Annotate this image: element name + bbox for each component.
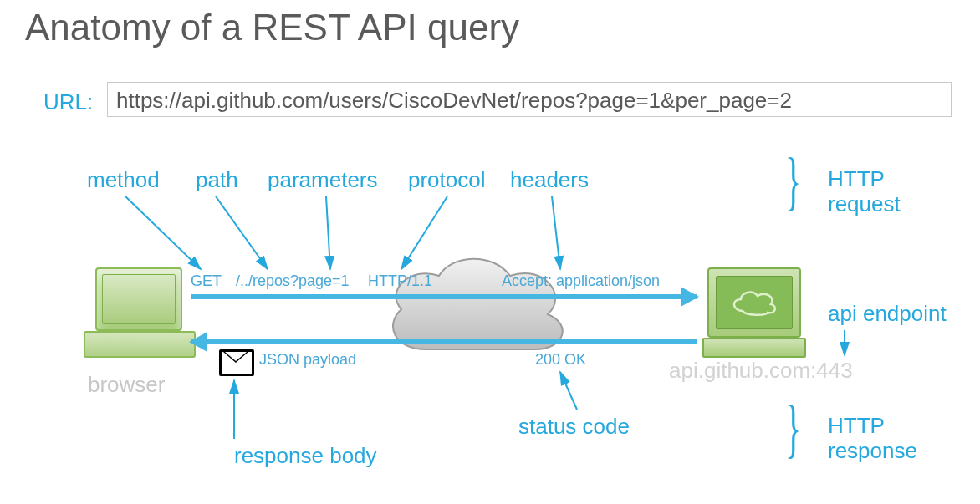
svg-line-0 bbox=[125, 196, 201, 269]
callout-response-body: response body bbox=[234, 443, 377, 469]
request-path-value: /../repos?page=1 bbox=[236, 272, 350, 290]
response-status-value: 200 OK bbox=[535, 351, 586, 369]
callout-path: path bbox=[196, 167, 238, 193]
callout-headers: headers bbox=[510, 167, 589, 193]
page-title: Anatomy of a REST API query bbox=[25, 7, 519, 48]
request-method-value: GET bbox=[191, 272, 222, 290]
request-protocol-value: HTTP/1.1 bbox=[368, 272, 432, 290]
http-response-label: HTTP response bbox=[828, 414, 917, 464]
envelope-icon bbox=[219, 349, 254, 376]
url-label: URL: bbox=[43, 89, 93, 115]
server-label: api.github.com:443 bbox=[669, 358, 853, 384]
response-payload-value: JSON payload bbox=[259, 351, 356, 369]
svg-line-1 bbox=[216, 196, 268, 269]
http-request-label: HTTP request bbox=[828, 167, 901, 217]
request-arrow bbox=[191, 294, 697, 299]
laptop-icon bbox=[84, 267, 192, 359]
server-icon bbox=[702, 267, 803, 359]
svg-line-6 bbox=[560, 372, 577, 410]
brace-icon: } bbox=[785, 391, 801, 466]
callout-protocol: protocol bbox=[408, 167, 486, 193]
svg-line-2 bbox=[326, 196, 330, 269]
request-header-value: Accept: application/json bbox=[502, 272, 660, 290]
callout-status-code: status code bbox=[518, 414, 630, 440]
brace-icon: } bbox=[785, 144, 801, 219]
callout-api-endpoint: api endpoint bbox=[828, 301, 947, 327]
diagram-stage: Anatomy of a REST API query URL: https:/… bbox=[0, 0, 980, 504]
callout-method: method bbox=[87, 167, 160, 193]
laptop-label: browser bbox=[88, 372, 165, 398]
response-arrow bbox=[191, 339, 697, 344]
url-box: https://api.github.com/users/CiscoDevNet… bbox=[107, 82, 952, 117]
callout-parameters: parameters bbox=[268, 167, 378, 193]
